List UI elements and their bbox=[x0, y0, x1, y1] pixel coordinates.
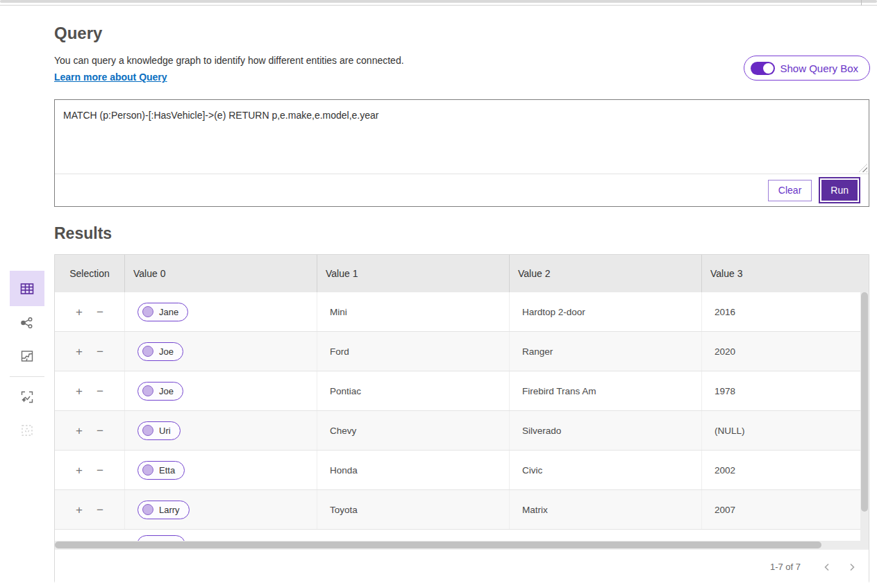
table-row: + − Joe Ford Ranger 2020 bbox=[55, 332, 869, 371]
selection-cell: + − bbox=[55, 490, 124, 529]
entity-chip[interactable]: Joe bbox=[137, 342, 183, 361]
entity-node-icon bbox=[142, 346, 153, 357]
add-to-selection-button[interactable]: + bbox=[74, 463, 84, 478]
next-page-button[interactable] bbox=[842, 557, 862, 577]
run-button[interactable]: Run bbox=[821, 180, 858, 201]
table-row: + − Uri Chevy Silverado (NULL) bbox=[55, 411, 869, 451]
make-cell: Ford bbox=[317, 332, 509, 371]
vertical-scrollbar-thumb[interactable] bbox=[861, 292, 868, 512]
model-cell: Matrix bbox=[509, 490, 701, 529]
entity-node-icon bbox=[142, 385, 153, 396]
new-link-chart-button bbox=[10, 414, 44, 447]
year-cell: 2020 bbox=[701, 332, 869, 371]
previous-page-button[interactable] bbox=[817, 557, 837, 577]
results-view-rail bbox=[10, 271, 44, 447]
table-row: + − Etta Honda Civic 2002 bbox=[55, 451, 869, 490]
add-to-selection-button[interactable]: + bbox=[74, 305, 84, 319]
learn-more-link[interactable]: Learn more about Query bbox=[54, 72, 167, 83]
selection-cell: + − bbox=[55, 371, 124, 410]
table-view-button[interactable] bbox=[10, 271, 44, 306]
page-title: Query bbox=[54, 24, 102, 43]
table-row: + − Joe Pontiac Firebird Trans Am 1978 bbox=[55, 371, 869, 411]
results-title: Results bbox=[54, 224, 112, 243]
toggle-switch-icon[interactable] bbox=[751, 62, 775, 75]
table-body: + − Jane Mini Hardtop 2-door 2016 + − Jo… bbox=[55, 292, 869, 541]
model-cell: Firebird Trans Am bbox=[509, 371, 701, 410]
entity-chip[interactable] bbox=[137, 535, 185, 541]
outer-horizontal-scrollbar[interactable] bbox=[0, 0, 877, 3]
column-header: Value 3 bbox=[701, 255, 869, 292]
selection-cell: + − bbox=[55, 292, 124, 331]
entity-node-icon bbox=[142, 504, 153, 515]
model-cell: Hardtop 2-door bbox=[509, 292, 701, 331]
remove-from-selection-button[interactable]: − bbox=[95, 384, 105, 398]
year-cell: 1978 bbox=[701, 371, 869, 410]
new-link-chart-icon bbox=[19, 422, 35, 439]
entity-chip[interactable]: Uri bbox=[137, 421, 181, 440]
make-cell: Toyota bbox=[317, 490, 509, 529]
add-to-selection-button[interactable]: + bbox=[74, 423, 84, 438]
entity-cell: Joe bbox=[124, 332, 317, 371]
entity-node-icon bbox=[142, 425, 153, 436]
make-cell: Mini bbox=[317, 292, 509, 331]
entity-cell: Joe bbox=[124, 371, 317, 410]
query-actions: Clear Run bbox=[55, 174, 869, 206]
entity-node-icon bbox=[142, 306, 153, 317]
table-row: + − Jane Mini Hardtop 2-door 2016 bbox=[55, 292, 869, 332]
map-view-icon bbox=[19, 348, 35, 364]
entity-chip-label: Joe bbox=[159, 386, 174, 396]
model-cell: Civic bbox=[509, 451, 701, 489]
remove-from-selection-button[interactable]: − bbox=[95, 503, 105, 517]
model-cell: Ranger bbox=[509, 332, 701, 371]
table-vertical-scrollbar[interactable] bbox=[860, 292, 869, 541]
horizontal-scrollbar-thumb[interactable] bbox=[55, 541, 821, 548]
new-map-button[interactable] bbox=[10, 380, 44, 414]
entity-node-icon bbox=[142, 464, 153, 476]
selection-cell: + − bbox=[55, 451, 124, 489]
remove-from-selection-button[interactable]: − bbox=[95, 305, 105, 319]
panel-edge-tick bbox=[861, 0, 862, 6]
entity-chip-label: Uri bbox=[159, 426, 171, 436]
year-cell: 2007 bbox=[701, 490, 869, 529]
add-to-selection-button[interactable]: + bbox=[74, 503, 84, 517]
pagination-range: 1-7 of 7 bbox=[770, 562, 801, 572]
entity-cell: Larry bbox=[124, 490, 317, 529]
year-cell: 2016 bbox=[701, 292, 869, 331]
query-panel: MATCH (p:Person)-[:HasVehicle]->(e) RETU… bbox=[54, 99, 869, 207]
panel-top-border bbox=[0, 5, 877, 6]
entity-chip[interactable]: Larry bbox=[137, 501, 190, 519]
entity-chip[interactable]: Jane bbox=[137, 303, 188, 321]
toggle-label: Show Query Box bbox=[780, 62, 858, 74]
run-button-focus-ring: Run bbox=[819, 177, 860, 203]
table-view-icon bbox=[19, 280, 35, 297]
show-query-box-toggle[interactable]: Show Query Box bbox=[744, 56, 870, 81]
table-footer: 1-7 of 7 bbox=[55, 549, 869, 584]
remove-from-selection-button[interactable]: − bbox=[95, 423, 105, 438]
link-chart-view-icon bbox=[19, 314, 35, 331]
entity-chip[interactable]: Etta bbox=[137, 461, 185, 480]
column-header: Selection bbox=[55, 255, 124, 292]
model-cell: Silverado bbox=[509, 411, 701, 450]
make-cell: Pontiac bbox=[317, 371, 509, 410]
entity-chip-label: Etta bbox=[159, 465, 175, 476]
map-view-button[interactable] bbox=[10, 339, 44, 373]
entity-cell: Jane bbox=[124, 292, 317, 331]
page-description: You can query a knowledge graph to ident… bbox=[54, 55, 404, 66]
partial-table-row bbox=[55, 530, 869, 541]
remove-from-selection-button[interactable]: − bbox=[95, 463, 105, 478]
add-to-selection-button[interactable]: + bbox=[74, 384, 84, 398]
add-to-selection-button[interactable]: + bbox=[74, 344, 84, 359]
clear-button[interactable]: Clear bbox=[768, 180, 812, 201]
new-map-icon bbox=[19, 389, 35, 405]
year-cell: 2002 bbox=[701, 451, 869, 489]
toggle-knob bbox=[763, 63, 774, 74]
query-input[interactable]: MATCH (p:Person)-[:HasVehicle]->(e) RETU… bbox=[55, 100, 869, 174]
remove-from-selection-button[interactable]: − bbox=[95, 344, 105, 359]
column-header: Value 1 bbox=[317, 255, 509, 292]
make-cell: Chevy bbox=[317, 411, 509, 450]
results-table-card: SelectionValue 0Value 1Value 2Value 3 + … bbox=[54, 254, 869, 584]
entity-chip[interactable]: Joe bbox=[137, 382, 183, 401]
column-header: Value 0 bbox=[124, 255, 317, 292]
table-horizontal-scrollbar[interactable] bbox=[55, 541, 869, 549]
link-chart-view-button[interactable] bbox=[10, 306, 44, 339]
